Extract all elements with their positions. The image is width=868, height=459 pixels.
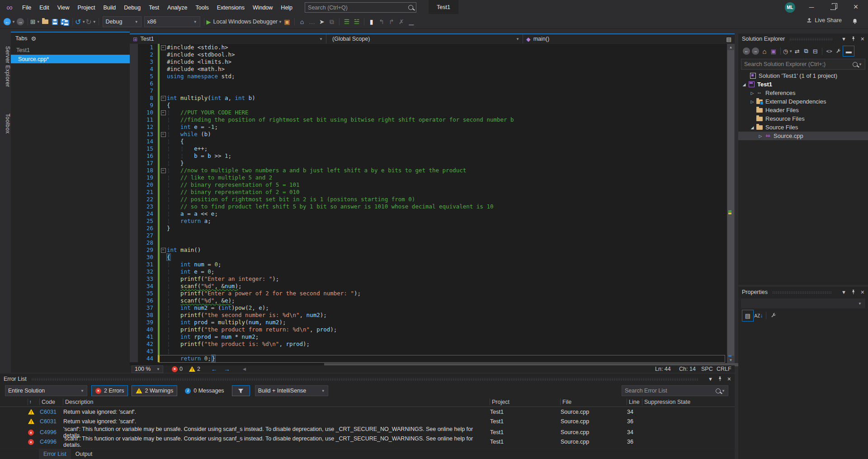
forward-icon[interactable]: → bbox=[751, 46, 760, 56]
code-line[interactable]: 22¦ // position of rightmost set bit in … bbox=[130, 196, 727, 203]
scope-dropdown[interactable]: (Global Scope)▼ bbox=[326, 34, 523, 43]
properties-header[interactable]: Properties ▼ × bbox=[738, 287, 868, 298]
code-line[interactable]: 14¦ { bbox=[130, 138, 727, 145]
tree-item-source-files[interactable]: ◢Source Files bbox=[738, 123, 868, 132]
indent-icon[interactable]: ☰ bbox=[342, 16, 352, 27]
fold-margin[interactable] bbox=[160, 73, 167, 80]
breakpoint-margin[interactable] bbox=[130, 210, 138, 218]
code-line[interactable]: 9{ bbox=[130, 102, 727, 109]
menu-item-analyze[interactable]: Analyze bbox=[163, 0, 191, 15]
code-line[interactable]: 38¦ printf("the second number is: %d\n",… bbox=[130, 312, 727, 319]
tree-item-resource-files[interactable]: Resource Files bbox=[738, 114, 868, 123]
breakpoint-margin[interactable] bbox=[130, 109, 138, 116]
refresh-icon[interactable]: ⧉ bbox=[802, 46, 811, 56]
fold-margin[interactable]: − bbox=[160, 44, 167, 51]
restore-button[interactable] bbox=[824, 0, 843, 14]
code-line[interactable]: 1−#include <stdio.h> bbox=[130, 44, 727, 51]
code-line[interactable]: 7 bbox=[130, 87, 727, 95]
close-button[interactable]: × bbox=[846, 0, 865, 14]
code-line[interactable]: 43¦ bbox=[130, 348, 727, 355]
fold-margin[interactable] bbox=[160, 355, 167, 362]
toolbar-overflow-icon[interactable]: ▁ bbox=[406, 16, 416, 27]
gear-icon[interactable]: ⚙ bbox=[31, 35, 36, 42]
fold-margin[interactable] bbox=[160, 196, 167, 203]
fold-margin[interactable] bbox=[160, 58, 167, 66]
menu-item-debug[interactable]: Debug bbox=[120, 0, 145, 15]
fold-margin[interactable] bbox=[160, 333, 167, 341]
collapse-region-icon[interactable]: − bbox=[161, 96, 166, 101]
code-line[interactable]: 5using namespace std; bbox=[130, 73, 727, 80]
fold-margin[interactable] bbox=[160, 203, 167, 210]
start-debugging-button[interactable]: ▶ Local Windows Debugger▼ bbox=[207, 16, 282, 27]
tree-item-header-files[interactable]: Header Files bbox=[738, 106, 868, 114]
code-line[interactable]: 39¦ int prod = multiply(num, num2); bbox=[130, 319, 727, 326]
breakpoint-margin[interactable] bbox=[130, 196, 138, 203]
fold-margin[interactable] bbox=[160, 174, 167, 181]
code-line[interactable]: 13−¦ while (b) bbox=[130, 131, 727, 138]
breakpoint-margin[interactable] bbox=[130, 102, 138, 109]
code-line[interactable]: 10−¦ //PUT YOUR CODE HERE bbox=[130, 109, 727, 116]
error-code-link[interactable]: C6031 bbox=[40, 409, 63, 415]
breakpoint-margin[interactable] bbox=[130, 312, 138, 319]
prev-bookmark-icon[interactable]: ↰ bbox=[377, 16, 387, 27]
back-icon[interactable]: ← bbox=[742, 46, 751, 56]
code-line[interactable]: 27 bbox=[130, 232, 727, 239]
navigate-back-button[interactable]: ←▼ bbox=[4, 16, 15, 27]
fold-margin[interactable] bbox=[160, 319, 167, 326]
document-outline-icon[interactable]: ▤ bbox=[726, 36, 731, 43]
fold-margin[interactable] bbox=[160, 102, 167, 109]
copy-icon[interactable]: ⧉ bbox=[327, 16, 337, 27]
collapse-region-icon[interactable]: − bbox=[161, 45, 166, 50]
close-panel-icon[interactable]: × bbox=[727, 375, 731, 383]
menu-item-view[interactable]: View bbox=[53, 0, 74, 15]
breakpoint-margin[interactable] bbox=[130, 138, 138, 145]
zoom-combo[interactable]: 100 %▼ bbox=[132, 365, 163, 373]
fold-margin[interactable]: − bbox=[160, 167, 167, 174]
bookmark-icon[interactable]: ▮ bbox=[367, 16, 377, 27]
code-line[interactable]: 42¦ printf("the product is: %d\n", rprod… bbox=[130, 341, 727, 348]
outdent-icon[interactable]: ☱ bbox=[352, 16, 362, 27]
tree-expander-icon[interactable]: ▷ bbox=[757, 134, 764, 138]
show-all-files-icon[interactable]: <> bbox=[825, 46, 834, 56]
breakpoint-margin[interactable] bbox=[130, 283, 138, 290]
window-position-icon[interactable]: ▼ bbox=[841, 289, 846, 295]
code-line[interactable]: 30{ bbox=[130, 254, 727, 261]
show-next-statement-icon[interactable]: ⌂ bbox=[297, 16, 307, 27]
breakpoint-margin[interactable] bbox=[130, 152, 138, 160]
project-dropdown[interactable]: ⊞ Test1▼ bbox=[130, 34, 326, 43]
code-line[interactable]: 17¦ } bbox=[130, 160, 727, 167]
fold-margin[interactable]: − bbox=[160, 109, 167, 116]
breakpoint-margin[interactable] bbox=[130, 348, 138, 355]
pin-icon[interactable] bbox=[851, 289, 856, 295]
fold-margin[interactable] bbox=[160, 275, 167, 283]
bottom-tab-output[interactable]: Output bbox=[71, 449, 97, 459]
fold-margin[interactable] bbox=[160, 232, 167, 239]
scrollbar-thumb[interactable] bbox=[727, 50, 734, 356]
code-line[interactable]: 12¦ int e = -1; bbox=[130, 123, 727, 131]
menu-item-test[interactable]: Test bbox=[145, 0, 163, 15]
code-line[interactable]: 44 return 0;} bbox=[130, 355, 727, 362]
column-header-severity[interactable]: ! bbox=[28, 398, 40, 405]
code-line[interactable]: 24¦ a = a << e; bbox=[130, 210, 727, 218]
sync-active-document-icon[interactable]: ⇄ bbox=[793, 46, 802, 56]
fold-margin[interactable] bbox=[160, 348, 167, 355]
breakpoint-margin[interactable] bbox=[130, 290, 138, 297]
menu-item-project[interactable]: Project bbox=[74, 0, 99, 15]
properties-object-combo[interactable]: ▼ bbox=[741, 298, 865, 308]
editor-vertical-scrollbar[interactable]: ▲ ▼ bbox=[727, 44, 735, 363]
breakpoint-margin[interactable] bbox=[130, 87, 138, 95]
solution-configuration-combo[interactable]: Debug▼ bbox=[103, 16, 142, 27]
warnings-toggle-button[interactable]: ! 2 Warnings bbox=[132, 385, 177, 396]
code-line[interactable]: 36¦ scanf("%d", &e); bbox=[130, 297, 727, 304]
window-position-icon[interactable]: ▼ bbox=[841, 36, 846, 42]
code-line[interactable]: 41¦ int rprod = num * num2; bbox=[130, 333, 727, 341]
sidebar-tab-toolbox[interactable]: Toolbox bbox=[0, 108, 11, 139]
breakpoint-margin[interactable] bbox=[130, 160, 138, 167]
member-dropdown[interactable]: ◆ main() ▤ bbox=[523, 34, 735, 43]
fold-margin[interactable] bbox=[160, 254, 167, 261]
fold-margin[interactable] bbox=[160, 290, 167, 297]
breakpoint-margin[interactable] bbox=[130, 131, 138, 138]
fold-margin[interactable] bbox=[160, 66, 167, 73]
fold-margin[interactable] bbox=[160, 239, 167, 246]
tree-expander-icon[interactable]: ▷ bbox=[749, 99, 756, 104]
